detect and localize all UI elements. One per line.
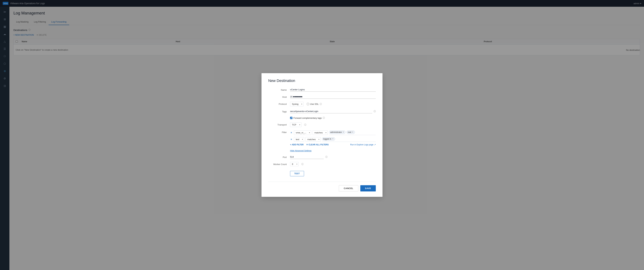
cancel-button[interactable]: CANCEL <box>339 185 358 191</box>
transport-row-inner: TCP UDP ▾ ⓘ <box>290 122 376 127</box>
remove-filter-2-button[interactable]: ✕ <box>290 138 292 141</box>
ssl-wrapper: Use SSL ⓘ <box>307 103 322 106</box>
worker-count-label: Worker Count <box>268 162 290 166</box>
transport-label: Transport <box>268 122 290 126</box>
forward-tags-checkbox[interactable] <box>290 117 292 119</box>
name-control <box>290 88 376 92</box>
run-explore-label: Run in Explore Logs page <box>350 143 374 146</box>
tags-label: Tags <box>268 109 290 113</box>
worker-count-control: 1 2 4 8 16 32 ▾ ⓘ <box>290 162 376 166</box>
name-label: Name <box>268 88 290 91</box>
filter-control: ✕ vmw_vr_... ▾ matches ▾ <box>290 130 376 147</box>
port-label: Port <box>268 155 290 158</box>
port-control: ⓘ <box>290 155 376 159</box>
save-button[interactable]: SAVE <box>360 185 376 191</box>
port-info-icon: ⓘ <box>325 155 328 158</box>
port-row-inner: ⓘ <box>290 155 376 159</box>
filter-tag-root: root ✕ <box>346 131 355 134</box>
test-button[interactable]: TEST <box>290 171 304 176</box>
name-input[interactable] <box>290 88 376 92</box>
run-explore-button[interactable]: Run in Explore Logs page ↗ <box>350 143 376 146</box>
worker-count-row: Worker Count 1 2 4 8 16 32 ▾ ⓘ <box>268 162 376 166</box>
worker-row-inner: 1 2 4 8 16 32 ▾ ⓘ <box>290 162 376 166</box>
port-input[interactable] <box>290 155 324 159</box>
forward-tags-row: Forward complementary tags ⓘ <box>290 116 376 119</box>
protocol-row: Protocol Syslog CFApi RELP ▾ Use SSL <box>268 102 376 106</box>
modal-footer: CANCEL SAVE <box>268 182 376 191</box>
filter-field-1-wrapper: vmw_vr_... ▾ <box>294 130 311 135</box>
filter-label: Filter <box>268 130 290 134</box>
worker-select-wrapper: 1 2 4 8 16 32 ▾ <box>290 162 299 166</box>
transport-row: Transport TCP UDP ▾ ⓘ <box>268 122 376 127</box>
filter-tag-logged-in: logged in ✕ <box>322 137 335 141</box>
forward-tags-info-icon: ⓘ <box>323 116 325 119</box>
forward-tags-label: Forward complementary tags <box>294 117 322 119</box>
tags-input[interactable] <box>290 109 372 113</box>
clear-all-filters-button[interactable]: ✕ CLEAR ALL FILTERS <box>306 143 328 146</box>
tags-info-icon: ⓘ <box>374 110 376 113</box>
filter-op-1-select[interactable]: matches <box>312 130 328 135</box>
filter-tags-1: administrator ✕ root ✕ <box>329 130 376 135</box>
use-ssl-checkbox[interactable] <box>307 103 309 105</box>
filter-row: Filter ✕ vmw_vr_... ▾ matches <box>268 130 376 147</box>
filter-row-2: ✕ text ▾ matches ▾ <box>290 137 376 142</box>
protocol-label: Protocol <box>268 102 290 105</box>
filter-actions: + ADD FILTER ✕ CLEAR ALL FILTERS Run in … <box>290 143 376 146</box>
filter-field-2-select[interactable]: text <box>294 137 304 142</box>
hide-advanced-button[interactable]: Hide Advanced Settings <box>290 150 312 152</box>
transport-control: TCP UDP ▾ ⓘ <box>290 122 376 127</box>
run-explore-icon: ↗ <box>374 143 376 146</box>
name-row: Name <box>268 88 376 92</box>
remove-tag-logged-in-icon[interactable]: ✕ <box>332 138 334 140</box>
filter-row-1: ✕ vmw_vr_... ▾ matches ▾ <box>290 130 376 135</box>
protocol-select-wrapper: Syslog CFApi RELP ▾ <box>290 102 304 106</box>
tags-row: Tags ⓘ <box>268 109 376 113</box>
protocol-control: Syslog CFApi RELP ▾ Use SSL ⓘ <box>290 102 376 106</box>
tags-control: ⓘ <box>290 109 376 113</box>
filter-field-2-wrapper: text ▾ <box>294 137 304 142</box>
port-row: Port ⓘ <box>268 155 376 159</box>
use-ssl-label: Use SSL <box>310 103 319 105</box>
transport-select-wrapper: TCP UDP ▾ <box>290 122 302 127</box>
filter-op-2-select[interactable]: matches <box>306 137 321 142</box>
modal-title: New Destination <box>268 79 376 83</box>
protocol-row-inner: Syslog CFApi RELP ▾ Use SSL ⓘ <box>290 102 376 106</box>
host-control <box>290 95 376 99</box>
worker-count-select[interactable]: 1 2 4 8 16 32 <box>290 162 299 166</box>
filter-action-left: + ADD FILTER ✕ CLEAR ALL FILTERS <box>290 143 328 146</box>
filter-tag-administrator: administrator ✕ <box>329 131 346 134</box>
worker-info-icon: ⓘ <box>301 163 304 166</box>
host-label: Host <box>268 95 290 98</box>
filter-tags-2: logged in ✕ <box>322 137 376 142</box>
host-input[interactable] <box>290 95 376 99</box>
remove-tag-administrator-icon[interactable]: ✕ <box>342 131 344 133</box>
transport-info-icon: ⓘ <box>304 123 306 126</box>
modal-overlay: New Destination Name Host Protocol Sysl <box>0 0 644 270</box>
filter-op-1-wrapper: matches ▾ <box>312 130 328 135</box>
new-destination-modal: New Destination Name Host Protocol Sysl <box>262 73 382 197</box>
filter-field-1-select[interactable]: vmw_vr_... <box>294 130 311 135</box>
transport-select[interactable]: TCP UDP <box>290 122 302 127</box>
add-filter-button[interactable]: + ADD FILTER <box>290 143 304 146</box>
remove-filter-1-button[interactable]: ✕ <box>290 131 292 134</box>
protocol-select[interactable]: Syslog CFApi RELP <box>290 102 304 106</box>
tags-wrapper: ⓘ <box>290 109 376 113</box>
host-row: Host <box>268 95 376 99</box>
filter-op-2-wrapper: matches ▾ <box>306 137 321 142</box>
remove-tag-root-icon[interactable]: ✕ <box>352 131 354 133</box>
ssl-info-icon: ⓘ <box>320 103 322 106</box>
